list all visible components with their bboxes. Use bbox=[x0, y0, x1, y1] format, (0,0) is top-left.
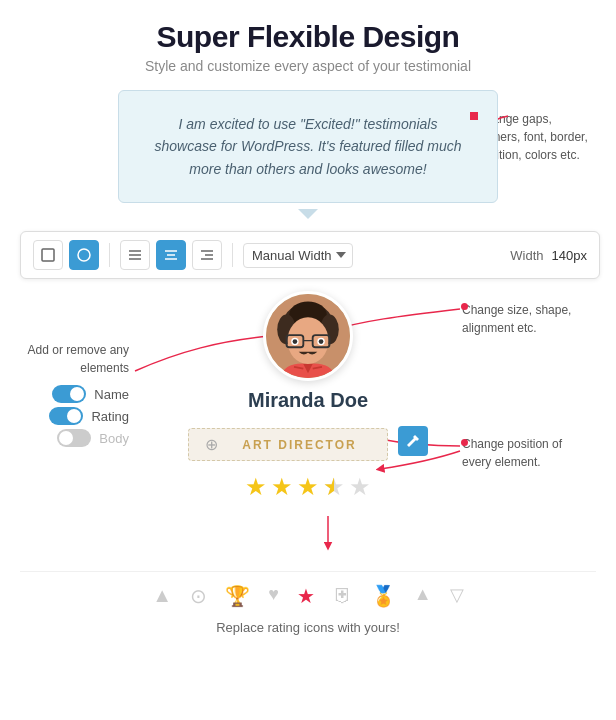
avatar-svg bbox=[266, 291, 350, 381]
icon-shield: ⛨ bbox=[333, 584, 353, 608]
testimonial-quote: I am excited to use "Excited!" testimoni… bbox=[149, 113, 467, 180]
profile-section: Miranda Doe ⊕ ART DIRECTOR ★ ★ ★ ★ ★ bbox=[20, 291, 596, 511]
icon-trophy: 🏅 bbox=[371, 584, 396, 608]
drag-icon: ⊕ bbox=[205, 435, 218, 454]
edit-button[interactable] bbox=[398, 426, 428, 456]
align-right-btn[interactable] bbox=[192, 240, 222, 270]
icon-heart: ♥ bbox=[268, 584, 279, 608]
divider-2 bbox=[232, 243, 233, 267]
svg-rect-0 bbox=[42, 249, 54, 261]
align-left-btn[interactable] bbox=[120, 240, 150, 270]
toolbar: Manual Width Auto Width Full Width Width… bbox=[20, 231, 600, 279]
header: Super Flexible Design Style and customiz… bbox=[20, 20, 596, 74]
svg-point-22 bbox=[293, 339, 298, 344]
divider-1 bbox=[109, 243, 110, 267]
replace-text: Replace rating icons with yours! bbox=[20, 620, 596, 645]
width-value: 140px bbox=[552, 248, 587, 263]
svg-point-23 bbox=[319, 339, 324, 344]
width-mode-select[interactable]: Manual Width Auto Width Full Width bbox=[243, 243, 353, 268]
caret-icon bbox=[20, 205, 596, 223]
icon-star-highlight: ★ bbox=[297, 584, 315, 608]
width-label: Width bbox=[510, 248, 543, 263]
page-title: Super Flexible Design bbox=[20, 20, 596, 54]
star-1: ★ bbox=[245, 473, 267, 501]
annotation-dot-gaps bbox=[470, 112, 478, 120]
profile-role: ART DIRECTOR bbox=[228, 438, 371, 452]
star-4-half: ★ ★ bbox=[323, 473, 345, 501]
star-3: ★ bbox=[297, 473, 319, 501]
icons-row: ▲ ⊙ 🏆 ♥ ★ ⛨ 🏅 ▲ ▽ bbox=[20, 571, 596, 616]
svg-point-1 bbox=[78, 249, 90, 261]
profile-title-bar[interactable]: ⊕ ART DIRECTOR bbox=[188, 428, 388, 461]
circle-icon-btn[interactable] bbox=[69, 240, 99, 270]
icon-triangle-2: ▲ bbox=[414, 584, 432, 608]
star-5: ★ bbox=[349, 473, 371, 501]
square-icon-btn[interactable] bbox=[33, 240, 63, 270]
arrow-to-icons bbox=[20, 511, 596, 551]
icon-cup: 🏆 bbox=[225, 584, 250, 608]
icon-filter: ▽ bbox=[450, 584, 464, 608]
icon-triangle-1: ▲ bbox=[152, 584, 172, 608]
avatar bbox=[263, 291, 353, 381]
page-subtitle: Style and customize every aspect of your… bbox=[20, 58, 596, 74]
stars-row: ★ ★ ★ ★ ★ ★ bbox=[245, 473, 371, 501]
profile-name: Miranda Doe bbox=[248, 389, 368, 412]
align-center-btn[interactable] bbox=[156, 240, 186, 270]
bottom-arrow-section bbox=[20, 511, 596, 555]
star-2: ★ bbox=[271, 473, 293, 501]
icon-circle: ⊙ bbox=[190, 584, 207, 608]
testimonial-card: I am excited to use "Excited!" testimoni… bbox=[118, 90, 498, 203]
